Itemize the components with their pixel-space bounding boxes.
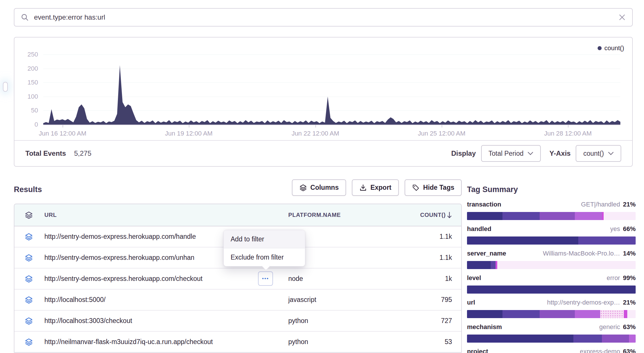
tag-distribution-bar[interactable]	[467, 236, 636, 245]
cell-platform[interactable]: python	[288, 338, 388, 346]
events-chart-panel: count() 050100150200250Jun 16 12:00 AMJu…	[14, 37, 633, 167]
tag-bar-segment[interactable]	[467, 261, 491, 269]
tag-bar-segment[interactable]	[467, 286, 636, 294]
yaxis-select[interactable]: count()	[576, 145, 621, 162]
results-title: Results	[14, 185, 42, 194]
total-events-value: 5,275	[74, 149, 91, 157]
layers-icon	[25, 275, 33, 283]
y-axis-tick-label: 250	[14, 51, 38, 58]
table-row: http://localhost:5000/ javascript 795	[14, 290, 461, 311]
tag-entry-handled: handledyes66%	[467, 225, 636, 245]
x-axis-tick	[442, 125, 442, 127]
cell-url[interactable]: http://sentry-demos-express.herokuapp.co…	[44, 275, 288, 283]
chart-footer: Total Events 5,275 Display Total Period …	[14, 140, 632, 166]
x-axis-tick-label: Jun 28 12:00 AM	[533, 130, 602, 137]
tag-bar-segment[interactable]	[467, 335, 573, 343]
tag-distribution-bar[interactable]	[467, 335, 636, 343]
x-axis-tick-label: Jun 16 12:00 AM	[28, 130, 97, 137]
cell-count[interactable]: 795	[388, 296, 452, 304]
cell-count[interactable]: 1.1k	[388, 233, 452, 241]
tag-bar-segment[interactable]	[629, 335, 636, 343]
cell-actions-button[interactable]: •••	[258, 271, 273, 286]
column-header-url[interactable]: URL	[44, 212, 288, 218]
cell-count[interactable]: 1k	[388, 275, 452, 283]
tag-percentage: 99%	[623, 274, 636, 282]
columns-icon	[300, 184, 307, 191]
table-header-row: URL PLATFORM.NAME COUNT()	[14, 204, 461, 226]
y-axis-tick-label: 100	[14, 93, 38, 100]
tag-entry-url: urlhttp://sentry-demos-exp…21%	[467, 299, 636, 318]
cell-url[interactable]: http://localhost:5000/	[44, 296, 288, 304]
button-label: Columns	[310, 184, 339, 191]
tag-bar-segment[interactable]	[540, 310, 575, 318]
tag-entry-mechanism: mechanismgeneric63%	[467, 323, 636, 343]
cell-count[interactable]: 53	[388, 338, 452, 346]
tag-distribution-bar[interactable]	[467, 286, 636, 294]
tag-bar-segment[interactable]	[540, 212, 575, 220]
count-series-area	[43, 65, 620, 125]
tag-name: url	[467, 299, 475, 306]
search-bar[interactable]: event.type:error has:url	[14, 8, 633, 27]
tag-entry-project: projectexpress-demo63%	[467, 348, 636, 353]
x-axis-tick-label: Jun 22 12:00 AM	[281, 130, 350, 137]
tag-bar-segment[interactable]	[467, 310, 502, 318]
cell-platform[interactable]: python	[288, 317, 388, 325]
tag-distribution-bar[interactable]	[467, 212, 636, 220]
cell-url[interactable]: http://neilmanvar-flask-m3uuizd7iq-uc.a.…	[44, 338, 288, 346]
tag-percentage: 21%	[623, 299, 636, 306]
tag-bar-segment[interactable]	[467, 212, 502, 220]
column-header-count[interactable]: COUNT()	[388, 212, 452, 219]
chart-legend[interactable]: count()	[598, 44, 624, 52]
display-select[interactable]: Total Period	[481, 145, 541, 162]
display-select-value: Total Period	[489, 150, 524, 157]
layers-icon	[25, 296, 33, 304]
x-axis-line	[43, 125, 620, 125]
search-input[interactable]: event.type:error has:url	[34, 13, 618, 21]
tag-bar-segment[interactable]	[575, 212, 602, 220]
clear-search-icon[interactable]	[618, 14, 626, 21]
tag-bar-segment[interactable]	[604, 212, 636, 220]
tag-bar-segment[interactable]	[502, 212, 540, 220]
cell-platform[interactable]: javascript	[288, 296, 388, 304]
tag-bar-segment[interactable]	[491, 261, 496, 269]
results-toolbar: ColumnsExportHide Tags	[292, 179, 462, 196]
layers-icon	[25, 233, 33, 241]
tag-bar-segment[interactable]	[602, 335, 629, 343]
tag-bar-segment[interactable]	[578, 236, 636, 245]
tag-name: handled	[467, 225, 491, 233]
cell-count[interactable]: 1.1k	[388, 254, 452, 262]
columns-button[interactable]: Columns	[292, 179, 346, 196]
tag-entry-transaction: transactionGET|/handled21%	[467, 201, 636, 220]
search-icon	[21, 13, 29, 21]
context-menu-item-add-to-filter[interactable]: Add to filter	[224, 230, 305, 248]
cell-count[interactable]: 727	[388, 317, 452, 325]
button-label: Export	[370, 184, 391, 191]
hide-tags-button[interactable]: Hide Tags	[405, 179, 462, 196]
tag-distribution-bar[interactable]	[467, 261, 636, 269]
cell-url[interactable]: http://localhost:3003/checkout	[44, 317, 288, 325]
cell-platform[interactable]: node	[288, 275, 388, 283]
yaxis-label: Y-Axis	[549, 149, 570, 157]
tag-bar-segment[interactable]	[573, 335, 602, 343]
x-axis-tick-label: Jun 25 12:00 AM	[407, 130, 476, 137]
tag-name: project	[467, 348, 488, 353]
tag-top-value: express-demo	[580, 348, 620, 353]
export-button[interactable]: Export	[352, 179, 399, 196]
tag-top-value: error	[607, 274, 620, 282]
tag-bar-segment[interactable]	[502, 310, 540, 318]
tag-name: level	[467, 274, 481, 282]
tag-bar-segment[interactable]	[497, 261, 636, 269]
y-axis-tick-label: 50	[14, 107, 38, 114]
sort-desc-icon	[447, 212, 452, 219]
tag-bar-segment[interactable]	[467, 236, 578, 245]
tag-distribution-bar[interactable]	[467, 310, 636, 318]
tag-bar-segment[interactable]	[627, 310, 636, 318]
tag-bar-segment[interactable]	[624, 310, 627, 318]
tag-percentage: 66%	[623, 225, 636, 233]
tag-percentage: 14%	[623, 250, 636, 257]
layers-icon	[25, 254, 33, 262]
sidebar-collapse-handle[interactable]	[3, 82, 8, 92]
column-header-platform[interactable]: PLATFORM.NAME	[288, 212, 388, 218]
tag-bar-segment[interactable]	[600, 310, 624, 318]
tag-bar-segment[interactable]	[575, 310, 600, 318]
